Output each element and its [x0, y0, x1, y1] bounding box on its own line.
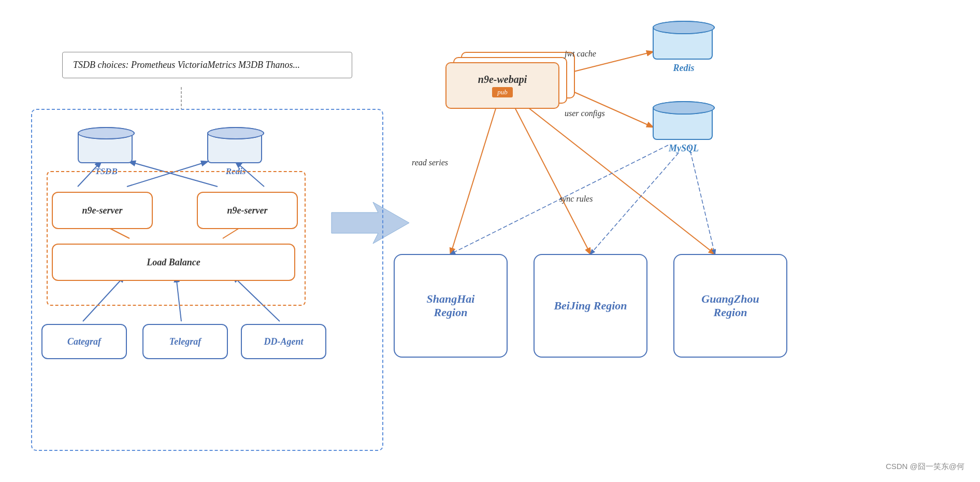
- redis-tr-cylinder: Redis: [653, 21, 715, 74]
- redis-left-cylinder: Redis: [207, 127, 264, 177]
- watermark-text: CSDN @囧一笑东@何: [886, 462, 964, 471]
- svg-line-18: [689, 145, 715, 254]
- telegraf-box: Telegraf: [142, 324, 228, 359]
- n9e-server-right-label: n9e-server: [227, 205, 268, 216]
- beijing-label: BeiJing Region: [554, 299, 627, 313]
- tsdb-note-text: TSDB choices: Prometheus VictoriaMetrics…: [73, 60, 300, 70]
- diagram-container: TSDB choices: Prometheus VictoriaMetrics…: [0, 0, 980, 482]
- telegraf-label: Telegraf: [169, 336, 201, 347]
- ddagent-box: DD-Agent: [241, 324, 326, 359]
- mysql-cylinder: MySQL: [653, 101, 715, 154]
- redis-tr-label: Redis: [673, 63, 694, 74]
- webapi-main: n9e-webapi pub: [445, 62, 559, 109]
- tsdb-cylinder: TSDB: [78, 127, 135, 177]
- guangzhou-label: GuangZhou Region: [701, 292, 759, 319]
- mysql-label: MySQL: [669, 143, 699, 154]
- webapi-label: n9e-webapi: [478, 74, 527, 86]
- shanghai-region: ShangHai Region: [394, 254, 508, 358]
- svg-line-14: [513, 104, 590, 254]
- orange-dashed-box: [47, 171, 306, 306]
- categraf-box: Categraf: [41, 324, 127, 359]
- load-balance-label: Load Balance: [147, 257, 200, 268]
- svg-line-17: [590, 153, 679, 254]
- watermark: CSDN @囧一笑东@何: [886, 462, 964, 472]
- svg-line-13: [451, 104, 497, 254]
- tsdb-note: TSDB choices: Prometheus VictoriaMetrics…: [62, 52, 352, 78]
- categraf-label: Categraf: [67, 336, 101, 347]
- read-series-label: read series: [412, 158, 448, 167]
- sync-rules-label: sync rules: [559, 194, 593, 204]
- n9e-server-left: n9e-server: [52, 192, 153, 229]
- beijing-region: BeiJing Region: [534, 254, 647, 358]
- pub-badge: pub: [492, 87, 513, 97]
- ddagent-label: DD-Agent: [264, 336, 304, 347]
- user-configs-label: user configs: [565, 109, 605, 118]
- n9e-server-right: n9e-server: [197, 192, 298, 229]
- shanghai-label: ShangHai Region: [427, 292, 475, 319]
- n9e-server-left-label: n9e-server: [82, 205, 123, 216]
- load-balance-box: Load Balance: [52, 244, 295, 281]
- guangzhou-region: GuangZhou Region: [673, 254, 787, 358]
- jwt-cache-label: jwt cache: [565, 49, 596, 59]
